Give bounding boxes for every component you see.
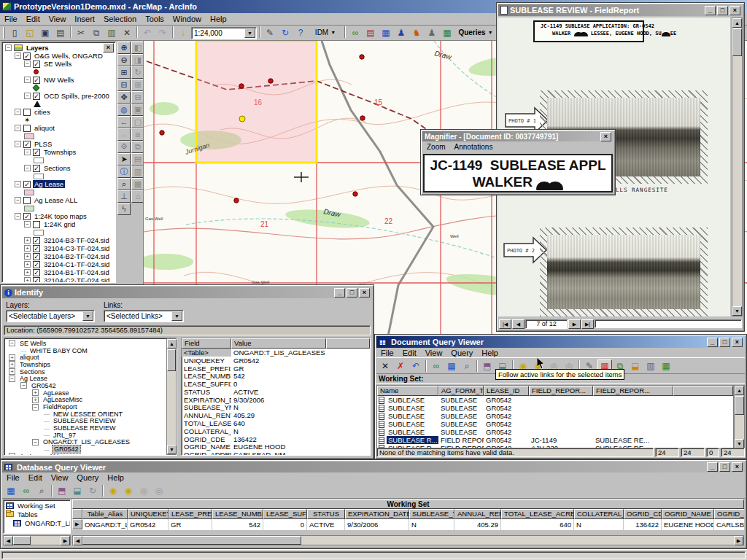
layers-combobox[interactable]: <Selectable Layers> ▼ [6,310,95,322]
well-point[interactable] [160,131,164,135]
layer-label[interactable]: cities [33,108,52,116]
identify-tree-item[interactable]: —JRL_97 [7,432,165,439]
layer-label[interactable]: 32104-B3-TF-024.sid [42,236,111,244]
layer-label[interactable]: 32104-C2-TF-024.sid [42,276,111,283]
layer-checkbox[interactable]: ✓ [33,93,40,100]
column-header[interactable]: Field [182,338,231,349]
tree-item-label[interactable]: Ag Lease ALL [18,453,62,456]
expander-icon[interactable]: − [24,149,31,155]
menu-item-view[interactable]: View [421,348,447,358]
select-features-icon[interactable]: ⟐ [117,141,131,153]
layer-checkbox[interactable]: ✓ [23,181,31,188]
scale-combobox[interactable]: 1:24,000 ▼ [191,27,257,39]
scrollbar-thumb[interactable] [82,536,301,545]
report-icon[interactable]: ▤ [363,26,378,39]
close-button[interactable]: × [732,462,743,472]
identify-tree-item[interactable]: +AgLease [7,389,165,397]
column-header[interactable]: EXPIRATION_DATE [345,509,409,519]
key-search-icon[interactable]: ⌕ [34,484,49,497]
layer-checkbox[interactable]: ✓ [23,141,31,148]
expander-icon[interactable]: − [15,213,21,219]
expander-icon[interactable]: − [32,439,39,446]
queries-dropdown[interactable]: Queries▼ [455,26,496,39]
column-header[interactable]: TOTAL_LEASE_ACREAGE [501,509,574,519]
menu-item-file[interactable]: File [2,472,24,483]
tree-item-label[interactable]: ONGARD:T_LIS_A [23,519,71,527]
fixed-zoom-in-icon[interactable]: ⊞ [117,66,131,79]
menu-item-query[interactable]: Query [72,472,103,483]
coin-subset-icon[interactable]: ◎ [136,484,151,497]
column-header[interactable] [673,386,733,396]
table-row[interactable]: SUBLEASESUBLEASEGR0542 [377,404,733,412]
tree-item-label[interactable]: Ag Lease [18,375,49,382]
maximize-button[interactable]: □ [719,338,730,347]
identify-tree-item[interactable]: —SUBLEASE REVIEW [7,418,165,425]
layer-checkbox[interactable]: ✓ [33,245,40,252]
minimize-button[interactable]: _ [334,288,345,298]
green-grid-icon[interactable]: ▦ [659,359,673,373]
menu-item-edit[interactable]: Edit [22,14,44,24]
layer-checkbox[interactable]: ✓ [33,237,40,244]
column-header[interactable]: UNIQUEKEY [128,509,169,519]
fieldreport-vscrollbar[interactable]: ▲ ▼ [732,18,743,316]
expander-icon[interactable]: + [9,354,15,361]
grid-icon[interactable]: ▦ [4,484,18,497]
minimize-button[interactable]: _ [707,338,718,347]
scroll-down-icon[interactable]: ▼ [732,306,742,316]
dbquery-tree-item[interactable]: Working Set [5,501,69,510]
layer-checkbox[interactable]: ✓ [33,277,40,284]
copy-icon[interactable]: ⧉ [89,26,104,39]
layer-label[interactable]: 32104-C1-TF-024.sid [42,260,111,268]
expander-icon[interactable]: + [24,261,31,268]
tree-item-label[interactable]: Working Set [16,502,57,510]
tree-item-label[interactable]: WHITE BABY COM [28,347,89,354]
expander-icon[interactable]: + [32,397,39,403]
expander-icon[interactable]: − [15,197,21,203]
toc-close-button[interactable]: × [103,43,114,52]
column-header[interactable]: Table_Alias [82,509,128,519]
table-row[interactable]: SUBLEASESUBLEASEGR0542 [377,420,733,428]
identify-tree-item[interactable]: +Sections [7,368,165,376]
table-row[interactable]: SUBLEASESUBLEASEGR0542 [377,412,733,420]
close-button[interactable]: × [732,338,743,347]
layer-checkbox[interactable]: ✓ [33,149,40,156]
identify-icon[interactable]: ⓘ [117,166,131,178]
tree-item-label[interactable]: FieldReport [42,403,79,411]
full-extent-icon[interactable]: ◍ [117,104,131,116]
layer-checkbox[interactable] [23,197,31,204]
menu-item-view[interactable]: View [44,14,71,24]
editor-pencil-icon[interactable]: ✎ [263,26,277,39]
forward-extent-icon[interactable]: → [117,128,131,141]
menu-item-annotations[interactable]: Annotations [450,142,498,152]
menu-item-file[interactable]: File [0,14,22,24]
pan-icon[interactable]: ✥ [117,91,131,104]
column-header[interactable]: Name [377,386,438,396]
layer-label[interactable]: NW Wells [42,76,76,84]
hyperlink-icon[interactable]: ∞ [348,26,363,39]
close-button[interactable]: × [600,132,611,141]
expander-icon[interactable]: + [9,453,15,456]
attribute-table-icon[interactable]: ▦ [379,26,393,39]
tree-item-label[interactable]: GR0542 [30,382,58,389]
expander-icon[interactable]: − [24,221,31,228]
identify-tree-item[interactable]: −SE Wells [7,340,165,347]
expander-icon[interactable]: + [24,277,31,283]
flame-icon[interactable]: ♞ [409,26,424,39]
expander-icon[interactable]: − [15,141,21,147]
layer-label[interactable]: 32104-C3-TF-024.sid [42,244,111,252]
edit-session-icon[interactable]: ↻ [278,26,293,39]
expander-icon[interactable]: − [32,404,39,411]
menu-item-selection[interactable]: Selection [99,14,141,24]
key-search-icon[interactable]: ⌕ [460,359,474,373]
coin-clear-icon[interactable]: ◎ [152,484,166,497]
expander-icon[interactable]: + [32,389,39,396]
column-header[interactable]: COLLATERAL_YN [574,509,624,519]
tree-item-label[interactable]: Sections [18,368,47,376]
magnifier-content[interactable]: JC-1149 SUBLEASE APPL WALKER [423,154,613,192]
field-row[interactable]: OGRID_CDE136422 [182,435,370,443]
zoom-out-icon[interactable]: ⊖ [117,54,131,66]
layer-checkbox[interactable]: ✓ [23,52,31,60]
expander-icon[interactable]: − [9,376,15,382]
scrollbar-thumb[interactable] [13,536,31,545]
paste-icon[interactable]: ▥ [104,26,119,39]
